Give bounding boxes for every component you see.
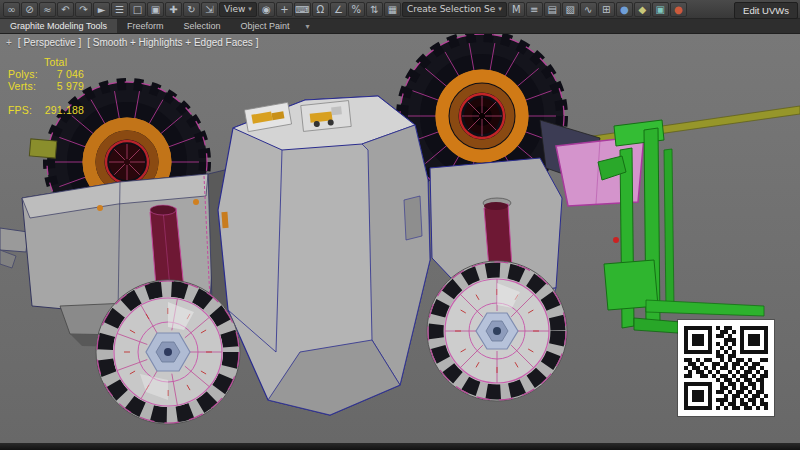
forklift-mast[interactable] (598, 120, 764, 338)
layer-manager-icon[interactable]: ▤ (544, 2, 561, 17)
select-object-icon[interactable]: ► (93, 2, 110, 17)
render-production-icon[interactable]: ● (670, 2, 687, 17)
curve-editor-icon[interactable]: ∿ (580, 2, 597, 17)
window-crossing-icon[interactable]: ▣ (147, 2, 164, 17)
wheel-front-right[interactable] (427, 261, 567, 401)
viewport-general-menu[interactable]: + (6, 37, 12, 48)
decal-right (301, 101, 351, 132)
viewport-label: + [ Perspective ] [ Smooth + Highlights … (6, 37, 258, 48)
qr-code (678, 320, 774, 416)
stats-polys-value: 7 046 (44, 68, 84, 80)
stats-verts-value: 5 979 (44, 80, 84, 92)
olive-box[interactable] (29, 139, 56, 158)
stats-verts-label: Verts: (8, 80, 44, 92)
viewport-shading-menu[interactable]: [ Smooth + Highlights + Edged Faces ] (87, 37, 258, 48)
select-and-move-icon[interactable]: ✚ (165, 2, 182, 17)
angle-snap-icon[interactable]: ∠ (330, 2, 347, 17)
align-icon[interactable]: ≡ (526, 2, 543, 17)
stats-fps-label: FPS: (8, 104, 44, 116)
select-and-manipulate-icon[interactable]: + (276, 2, 293, 17)
select-and-link-icon[interactable]: ∞ (3, 2, 20, 17)
percent-snap-icon[interactable]: % (348, 2, 365, 17)
left-arm[interactable] (0, 228, 28, 268)
viewport-statistics: Total Polys:7 046 Verts:5 979 FPS:291.18… (8, 56, 84, 116)
perspective-viewport[interactable]: + [ Perspective ] [ Smooth + Highlights … (0, 34, 800, 443)
cab-body[interactable] (218, 96, 430, 415)
select-and-scale-icon[interactable]: ⇲ (201, 2, 218, 17)
toolbar-items: ∞⊘≈↶↷►☰□▣✚↻⇲View▾◉+⌨Ω∠%⇅▦Create Selectio… (3, 2, 687, 17)
main-toolbar: ∞⊘≈↶↷►☰□▣✚↻⇲View▾◉+⌨Ω∠%⇅▦Create Selectio… (0, 0, 800, 19)
mirror-icon[interactable]: M (508, 2, 525, 17)
stats-fps-value: 291.188 (44, 104, 84, 116)
stats-polys-label: Polys: (8, 68, 44, 80)
ribbon-minimize-caret[interactable]: ▾ (299, 19, 315, 33)
spinner-snap-icon[interactable]: ⇅ (366, 2, 383, 17)
qr-code-modules (684, 326, 768, 410)
keyboard-override-icon[interactable]: ⌨ (294, 2, 311, 17)
unlink-selection-icon[interactable]: ⊘ (21, 2, 38, 17)
select-by-name-icon[interactable]: ☰ (111, 2, 128, 17)
rendered-frame-window-icon[interactable]: ▣ (652, 2, 669, 17)
tab-graphite-modeling-tools[interactable]: Graphite Modeling Tools (0, 19, 117, 33)
ribbon-tab-bar: Graphite Modeling Tools Freeform Selecti… (0, 19, 800, 34)
bottom-edge-strip (0, 443, 800, 450)
tab-selection[interactable]: Selection (173, 19, 230, 33)
graphite-ribbon-toggle-icon[interactable]: ▧ (562, 2, 579, 17)
redo-icon[interactable]: ↷ (75, 2, 92, 17)
wheel-front-left[interactable] (96, 280, 240, 424)
edit-uvws-window-title[interactable]: Edit UVWs (734, 2, 798, 19)
use-pivot-center-icon[interactable]: ◉ (258, 2, 275, 17)
named-selection-set-dropdown[interactable]: Create Selection Se▾ (402, 2, 507, 17)
stats-total-label: Total (44, 56, 67, 68)
undo-icon[interactable]: ↶ (57, 2, 74, 17)
bind-to-space-warp-icon[interactable]: ≈ (39, 2, 56, 17)
select-and-rotate-icon[interactable]: ↻ (183, 2, 200, 17)
render-setup-icon[interactable]: ◆ (634, 2, 651, 17)
snaps-toggle-icon[interactable]: Ω (312, 2, 329, 17)
reference-coordinate-dropdown[interactable]: View▾ (219, 2, 257, 17)
edit-named-selection-sets-icon[interactable]: ▦ (384, 2, 401, 17)
viewport-pov-menu[interactable]: [ Perspective ] (18, 37, 81, 48)
selection-region-icon[interactable]: □ (129, 2, 146, 17)
tab-freeform[interactable]: Freeform (117, 19, 174, 33)
schematic-view-icon[interactable]: ⊞ (598, 2, 615, 17)
material-editor-icon[interactable]: ● (616, 2, 633, 17)
tab-object-paint[interactable]: Object Paint (230, 19, 299, 33)
